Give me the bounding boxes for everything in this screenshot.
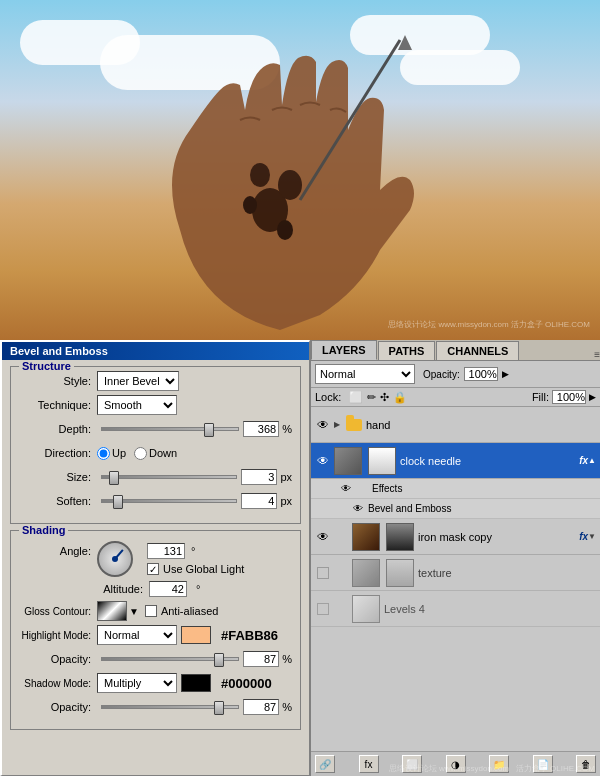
use-global-light-option[interactable]: ✓ Use Global Light [147,563,244,575]
fill-input[interactable] [552,390,586,404]
scroll-down-arrow[interactable]: ▼ [588,532,596,541]
global-light-checkbox[interactable]: ✓ [147,563,159,575]
highlight-opacity-control: % [97,651,292,667]
svg-point-1 [278,170,302,200]
effects-label: Effects [372,483,402,494]
panel-menu-button[interactable]: ≡ [594,349,600,360]
contour-preview[interactable] [97,601,127,621]
highlight-opacity-row: Opacity: % [19,649,292,669]
fx-badge-clock-needle: fx [579,455,588,466]
fill-row: Fill: ▶ [532,390,596,404]
layer-thumb-texture [352,559,380,587]
layer-mask-iron-mask [386,523,414,551]
size-input[interactable] [241,469,277,485]
collapse-arrow-hand[interactable]: ▶ [334,420,340,429]
highlight-opacity-label: Opacity: [19,653,91,665]
fill-arrow[interactable]: ▶ [589,392,596,402]
fx-badge-iron-mask: fx [579,531,588,542]
layer-mask-clock-needle [368,447,396,475]
soften-label: Soften: [19,495,91,507]
layer-name-clock-needle: clock needle [400,455,575,467]
lock-transparent-icon[interactable]: ⬜ [349,391,363,404]
angle-input[interactable] [147,543,185,559]
eye-icon-effects[interactable]: 👁 [339,481,353,497]
style-control: Inner Bevel [97,371,292,391]
shadow-opacity-slider[interactable] [101,705,239,709]
watermark-bottom: 思络设计论坛 www.missydon.com 活力盒子 OLIHE.COM [389,763,595,774]
angle-dial[interactable] [97,541,133,577]
lock-all-icon[interactable]: 🔒 [393,391,407,404]
anti-aliased-option[interactable]: Anti-aliased [145,605,218,617]
anti-aliased-checkbox[interactable] [145,605,157,617]
depth-slider[interactable] [101,427,239,431]
technique-control: Smooth [97,395,292,415]
layer-name-levels: Levels 4 [384,603,596,615]
highlight-opacity-slider[interactable] [101,657,239,661]
eye-icon-levels[interactable] [315,601,331,617]
direction-row: Direction: Up Down [19,443,292,463]
highlight-mode-select[interactable]: Normal [97,625,177,645]
size-slider[interactable] [101,475,237,479]
highlight-opacity-input[interactable] [243,651,279,667]
highlight-color-label: #FABB86 [221,628,278,643]
lock-fill-row: Lock: ⬜ ✏ ✣ 🔒 Fill: ▶ [311,388,600,407]
tab-channels[interactable]: CHANNELS [436,341,519,360]
blend-opacity-toolbar: Normal Opacity: ▶ [311,361,600,388]
structure-section: Structure Style: Inner Bevel Technique: … [10,366,301,524]
layers-tabs: LAYERS PATHS CHANNELS ≡ [311,340,600,361]
scroll-up-arrow[interactable]: ▲ [588,456,596,465]
add-style-button[interactable]: fx [359,755,379,773]
lock-position-icon[interactable]: ✣ [380,391,389,404]
blend-mode-select[interactable]: Normal [315,364,415,384]
eye-icon-texture[interactable] [315,565,331,581]
direction-up-label: Up [112,447,126,459]
opacity-input[interactable] [464,367,498,381]
direction-down-option[interactable]: Down [134,447,177,460]
layer-row-hand[interactable]: 👁 ▶ hand [311,407,600,443]
shadow-mode-select[interactable]: Multiply [97,673,177,693]
direction-up-option[interactable]: Up [97,447,126,460]
global-light-label: Use Global Light [163,563,244,575]
shadow-opacity-control: % [97,699,292,715]
layers-panel: LAYERS PATHS CHANNELS ≡ Normal Opacity: … [310,340,600,776]
shadow-color-label: #000000 [221,676,272,691]
depth-row: Depth: 368 % [19,419,292,439]
shadow-opacity-input[interactable] [243,699,279,715]
contour-dropdown-arrow[interactable]: ▼ [129,606,139,617]
ui-panels: Bevel and Emboss Structure Style: Inner … [0,340,600,776]
layer-row-levels[interactable]: Levels 4 [311,591,600,627]
tab-paths[interactable]: PATHS [378,341,436,360]
angle-unit: ° [191,545,195,557]
layers-list: 👁 ▶ hand 👁 clock needle fx ▲ 👁 Effects [311,407,600,751]
soften-input[interactable] [241,493,277,509]
direction-down-radio[interactable] [134,447,147,460]
tab-layers[interactable]: LAYERS [311,340,377,360]
eye-icon-clock-needle[interactable]: 👁 [315,453,331,469]
eye-icon-iron-mask[interactable]: 👁 [315,529,331,545]
folder-icon-hand [346,419,362,431]
depth-input[interactable]: 368 [243,421,279,437]
shading-section: Shading Angle: ° [10,530,301,730]
style-select[interactable]: Inner Bevel [97,371,179,391]
opacity-arrow[interactable]: ▶ [502,369,509,379]
technique-select[interactable]: Smooth [97,395,177,415]
shadow-color-swatch[interactable] [181,674,211,692]
layer-thumb-clock-needle [334,447,362,475]
layer-row-clock-needle[interactable]: 👁 clock needle fx ▲ [311,443,600,479]
direction-up-radio[interactable] [97,447,110,460]
lock-image-icon[interactable]: ✏ [367,391,376,404]
eye-icon-bevel[interactable]: 👁 [351,501,365,517]
altitude-input[interactable] [149,581,187,597]
angle-label: Angle: [19,541,91,557]
layer-row-texture[interactable]: texture [311,555,600,591]
svg-point-4 [243,196,257,214]
link-layers-button[interactable]: 🔗 [315,755,335,773]
eye-icon-hand[interactable]: 👁 [315,417,331,433]
highlight-color-swatch[interactable] [181,626,211,644]
soften-slider[interactable] [101,499,237,503]
layer-row-iron-mask[interactable]: 👁 iron mask copy fx ▼ [311,519,600,555]
direction-control: Up Down [97,447,292,460]
shadow-mode-row: Shadow Mode: Multiply #000000 [19,673,292,693]
depth-unit: % [282,423,292,435]
soften-row: Soften: px [19,491,292,511]
